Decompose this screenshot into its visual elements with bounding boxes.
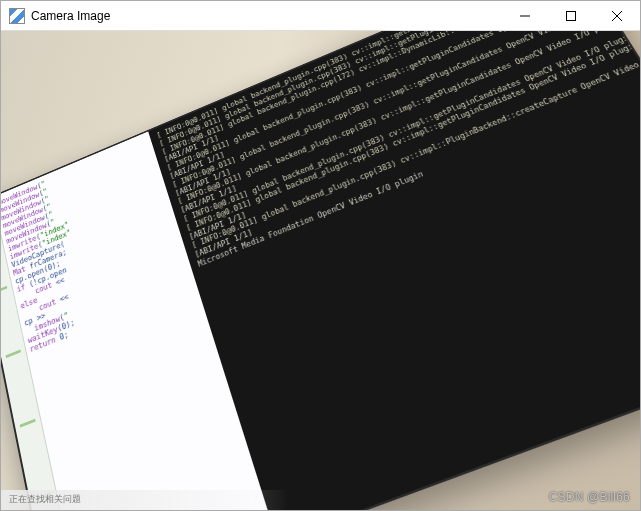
- camera-feed: moveWindow("moveWindow("moveWindow("move…: [1, 31, 640, 510]
- app-icon: [9, 8, 25, 24]
- window-controls: [502, 1, 640, 30]
- minimize-button[interactable]: [502, 1, 548, 30]
- watermark-text: CSDN @Bill66: [549, 490, 630, 504]
- taskbar-fragment: 正在查找相关问题: [1, 490, 289, 510]
- photographed-monitor: moveWindow("moveWindow("moveWindow("move…: [1, 31, 640, 510]
- maximize-icon: [566, 11, 576, 21]
- minimize-icon: [520, 11, 530, 21]
- app-window: Camera Image moveWindow("moveWindow("mov: [0, 0, 641, 511]
- close-icon: [612, 11, 622, 21]
- photographed-screen: moveWindow("moveWindow("moveWindow("move…: [1, 31, 640, 510]
- maximize-button[interactable]: [548, 1, 594, 30]
- close-button[interactable]: [594, 1, 640, 30]
- titlebar[interactable]: Camera Image: [1, 1, 640, 31]
- client-area: moveWindow("moveWindow("moveWindow("move…: [1, 31, 640, 510]
- window-title: Camera Image: [31, 9, 502, 23]
